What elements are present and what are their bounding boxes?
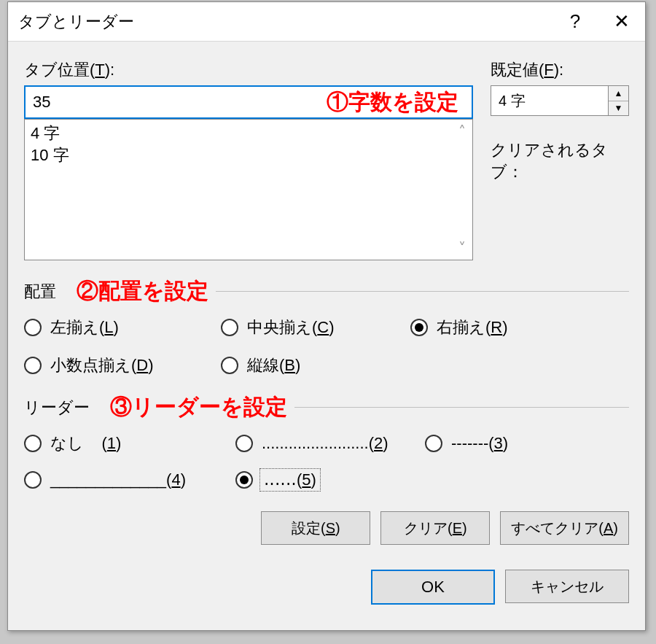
radio-icon <box>24 319 42 336</box>
align-left-radio[interactable]: 左揃え(L) <box>24 317 221 338</box>
leader-none-radio[interactable]: なし (1) <box>24 432 235 454</box>
tab-position-list[interactable]: 4 字 10 字 ˄ ˅ <box>24 119 473 260</box>
list-item[interactable]: 4 字 <box>31 123 446 144</box>
leader-dots-radio[interactable]: ........................(2) <box>235 432 425 454</box>
scrollbar[interactable]: ˄ ˅ <box>452 120 472 260</box>
annotation-2: ②配置を設定 <box>77 276 208 306</box>
help-icon: ? <box>570 10 580 33</box>
align-right-radio[interactable]: 右揃え(R) <box>410 317 600 338</box>
clear-all-button[interactable]: すべてクリア(A) <box>500 511 629 545</box>
align-decimal-radio[interactable]: 小数点揃え(D) <box>24 354 221 376</box>
radio-icon <box>24 435 42 452</box>
leader-dashes-radio[interactable]: -------(3) <box>425 432 600 454</box>
tabs-dialog: タブとリーダー ? ✕ タブ位置(T): 35 ①字数を設定 4 字 10 字 <box>7 1 646 631</box>
radio-icon <box>235 435 253 452</box>
radio-icon <box>425 435 442 452</box>
radio-icon <box>24 357 42 374</box>
spinner-up[interactable]: ▲ <box>609 86 628 101</box>
default-spinner[interactable]: 4 字 ▲ ▼ <box>491 85 629 116</box>
list-item[interactable]: 10 字 <box>31 144 446 166</box>
tab-position-input[interactable]: 35 ①字数を設定 <box>24 85 473 119</box>
help-button[interactable]: ? <box>552 2 598 42</box>
radio-icon <box>24 471 42 489</box>
radio-icon <box>235 471 253 489</box>
annotation-3: ③リーダーを設定 <box>110 392 287 422</box>
chevron-down-icon: ˅ <box>458 239 466 257</box>
align-center-radio[interactable]: 中央揃え(C) <box>221 317 410 338</box>
leader-group-label: リーダー <box>24 397 90 419</box>
ok-button[interactable]: OK <box>371 570 495 605</box>
dialog-content: タブ位置(T): 35 ①字数を設定 4 字 10 字 ˄ ˅ <box>8 42 645 630</box>
tab-position-value: 35 <box>33 93 50 112</box>
close-button[interactable]: ✕ <box>598 2 645 42</box>
default-value: 4 字 <box>499 91 526 111</box>
radio-icon <box>221 319 238 336</box>
clear-button[interactable]: クリア(E) <box>380 511 490 545</box>
radio-icon <box>221 357 238 374</box>
spinner-down[interactable]: ▼ <box>609 101 628 116</box>
dialog-title: タブとリーダー <box>18 11 552 33</box>
annotation-1: ①字数を設定 <box>327 88 458 117</box>
chevron-up-icon: ˄ <box>458 123 466 140</box>
titlebar: タブとリーダー ? ✕ <box>8 2 645 42</box>
align-bar-radio[interactable]: 縦線(B) <box>221 354 410 376</box>
cleared-tabs-label: クリアされるタブ： <box>491 139 629 183</box>
tab-position-label: タブ位置(T): <box>24 59 473 81</box>
set-button[interactable]: 設定(S) <box>261 511 370 545</box>
alignment-group-label: 配置 <box>24 281 56 303</box>
cancel-button[interactable]: キャンセル <box>505 570 629 603</box>
close-icon: ✕ <box>614 10 630 33</box>
leader-underline-radio[interactable]: _____________(4) <box>24 470 235 489</box>
leader-middots-radio[interactable]: ‥‥‥(5) <box>235 470 425 489</box>
default-label: 既定値(F): <box>491 59 629 81</box>
radio-icon <box>410 319 428 336</box>
